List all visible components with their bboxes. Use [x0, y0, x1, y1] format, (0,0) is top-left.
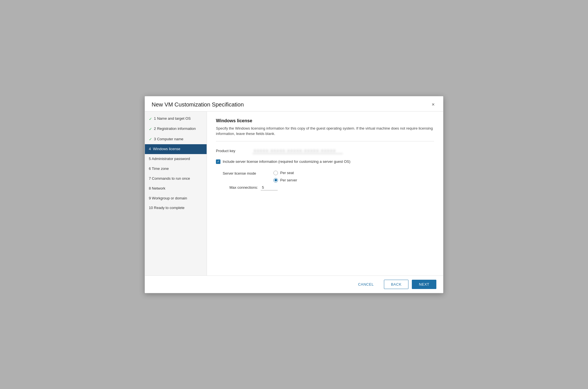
sidebar-item-workgroup-domain[interactable]: 9 Workgroup or domain: [145, 194, 207, 203]
radio-per-seat-row[interactable]: Per seat: [273, 171, 297, 175]
sidebar-item-name-target-os[interactable]: ✓ 1 Name and target OS: [145, 114, 207, 124]
sidebar-label-5: 5 Administrator password: [149, 157, 190, 161]
radio-inner-dot: [275, 179, 277, 181]
divider: [216, 141, 434, 141]
dialog-title: New VM Customization Specification: [152, 101, 244, 108]
sidebar-label-8: 8 Network: [149, 186, 165, 191]
dialog: New VM Customization Specification × ✓ 1…: [145, 96, 443, 293]
sidebar-label-10: 10 Ready to complete: [149, 206, 184, 210]
license-section: Server license mode Per seat Per s: [223, 171, 434, 190]
sidebar-label-9: 9 Workgroup or domain: [149, 196, 187, 201]
sidebar-label-2: Registration information: [157, 126, 196, 131]
step-num-4: 4: [149, 147, 152, 152]
product-key-row: Product key: [216, 148, 434, 154]
close-icon[interactable]: ×: [430, 101, 436, 108]
step-num-1: 1: [154, 116, 156, 121]
max-connections-input[interactable]: [261, 185, 278, 190]
server-license-mode-label: Server license mode: [223, 171, 273, 175]
radio-per-server-label: Per server: [280, 178, 297, 182]
section-title: Windows license: [216, 118, 434, 123]
radio-per-seat[interactable]: [273, 171, 278, 175]
next-button[interactable]: NEXT: [412, 280, 436, 289]
step-num-2: 2: [154, 126, 156, 131]
step-num-3: 3: [154, 137, 156, 142]
sidebar-item-time-zone[interactable]: 6 Time zone: [145, 164, 207, 174]
license-mode-row: Server license mode Per seat Per s: [223, 171, 434, 183]
sidebar-label-6: 6 Time zone: [149, 166, 169, 171]
sidebar-item-windows-license[interactable]: 4 Windows license: [145, 144, 207, 154]
radio-options: Per seat Per server: [273, 171, 297, 183]
product-key-input[interactable]: [253, 148, 343, 154]
include-server-license-row: ✓ Include server license information (re…: [216, 159, 434, 164]
check-icon-2: ✓: [149, 126, 152, 132]
sidebar-label-7: 7 Commands to run once: [149, 176, 190, 181]
dialog-header: New VM Customization Specification ×: [145, 96, 443, 112]
sidebar-label-1: Name and target OS: [157, 116, 191, 121]
max-connections-row: Max connections:: [229, 185, 434, 190]
sidebar-item-registration-info[interactable]: ✓ 2 Registration information: [145, 124, 207, 134]
sidebar-label-3: Computer name: [157, 137, 183, 142]
check-icon-1: ✓: [149, 116, 152, 121]
radio-per-server-row[interactable]: Per server: [273, 178, 297, 183]
sidebar: ✓ 1 Name and target OS ✓ 2 Registration …: [145, 112, 207, 275]
main-content: Windows license Specify the Windows lice…: [207, 112, 443, 275]
section-description: Specify the Windows licensing informatio…: [216, 126, 434, 137]
dialog-footer: CANCEL BACK NEXT: [145, 275, 443, 293]
checkmark-icon: ✓: [217, 160, 220, 163]
sidebar-item-computer-name[interactable]: ✓ 3 Computer name: [145, 134, 207, 144]
sidebar-item-admin-password[interactable]: 5 Administrator password: [145, 154, 207, 164]
check-icon-3: ✓: [149, 137, 152, 142]
sidebar-item-ready-to-complete[interactable]: 10 Ready to complete: [145, 203, 207, 213]
radio-per-server[interactable]: [273, 178, 278, 183]
max-connections-label: Max connections:: [229, 185, 258, 190]
sidebar-label-4: Windows license: [153, 147, 180, 152]
back-button[interactable]: BACK: [384, 280, 408, 289]
cancel-button[interactable]: CANCEL: [351, 280, 381, 289]
product-key-label: Product key: [216, 149, 253, 153]
sidebar-item-network[interactable]: 8 Network: [145, 184, 207, 194]
sidebar-item-commands-run-once[interactable]: 7 Commands to run once: [145, 174, 207, 184]
include-server-license-checkbox[interactable]: ✓: [216, 159, 220, 164]
include-server-license-label: Include server license information (requ…: [223, 159, 350, 164]
radio-per-seat-label: Per seat: [280, 171, 294, 175]
dialog-body: ✓ 1 Name and target OS ✓ 2 Registration …: [145, 112, 443, 275]
